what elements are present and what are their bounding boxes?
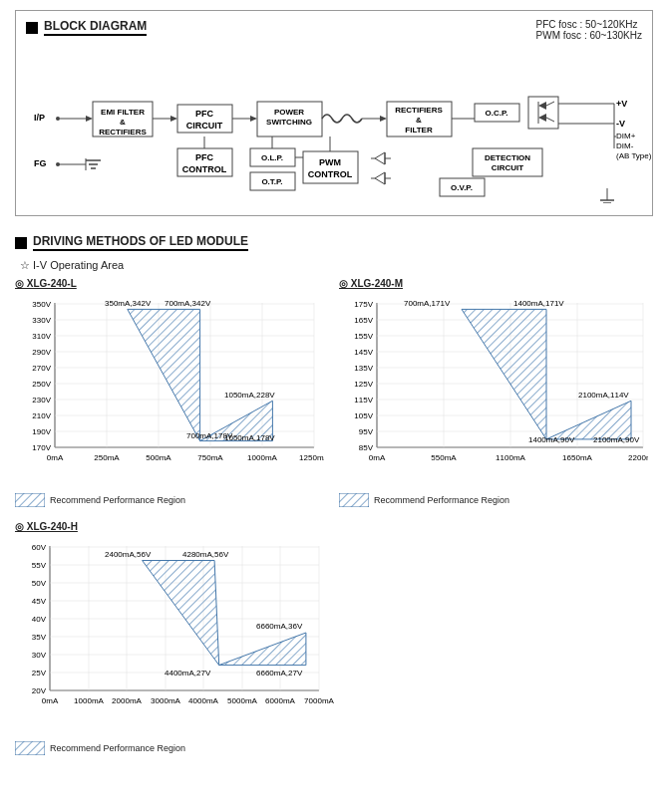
svg-text:PWM: PWM [319, 157, 341, 167]
iv-subtitle: ☆ I-V Operating Area [20, 259, 653, 272]
legend-hatch-l [15, 493, 45, 507]
chart-l-legend: Recommend Performance Region [15, 493, 329, 507]
chart-h-svg: 20V 25V 30V 35V 40V 45V 50V 55V 60V [15, 536, 334, 735]
svg-text:1050mA,178V: 1050mA,178V [224, 433, 275, 442]
block-diagram-svg: I/P EMI FILTER & RECTIFIERS PFC CIRCUIT … [26, 49, 664, 203]
svg-text:6660mA,36V: 6660mA,36V [256, 622, 303, 631]
driving-title: DRIVING METHODS OF LED MODULE [33, 234, 248, 251]
svg-text:250V: 250V [32, 380, 51, 389]
svg-text:CONTROL: CONTROL [182, 164, 227, 174]
svg-text:6000mA: 6000mA [265, 696, 295, 705]
legend-hatch-m [339, 493, 369, 507]
svg-text:20V: 20V [32, 686, 47, 695]
svg-text:DIM+: DIM+ [616, 132, 636, 140]
svg-point-0 [56, 117, 60, 121]
legend-h-label: Recommend Performance Region [50, 743, 185, 753]
svg-text:25V: 25V [32, 669, 47, 677]
svg-marker-13 [250, 116, 257, 122]
svg-text:35V: 35V [32, 633, 47, 642]
legend-hatch-h [15, 741, 45, 755]
svg-marker-153 [462, 309, 631, 439]
svg-text:RECTIFIERS: RECTIFIERS [395, 106, 443, 115]
svg-rect-160 [339, 493, 369, 507]
svg-text:2000mA: 2000mA [112, 696, 142, 705]
svg-text:5000mA: 5000mA [227, 696, 257, 705]
svg-text:DIM-: DIM- [616, 141, 634, 150]
svg-marker-113 [128, 309, 273, 440]
svg-text:-V: -V [616, 119, 625, 129]
svg-text:2100mA,114V: 2100mA,114V [578, 391, 629, 400]
svg-text:700mA,342V: 700mA,342V [165, 299, 211, 308]
chart-xlg-240-h: ◎ XLG-240-H 20V 25V 30V 35V 40V 45V 50V … [15, 521, 334, 755]
svg-text:4000mA: 4000mA [188, 696, 218, 705]
header-square [26, 22, 38, 34]
svg-text:45V: 45V [32, 597, 47, 606]
ip-label: I/P [34, 113, 45, 123]
driving-square [15, 237, 27, 249]
svg-text:1400mA,90V: 1400mA,90V [528, 435, 575, 444]
svg-text:0mA: 0mA [369, 453, 386, 462]
svg-text:SWITCHING: SWITCHING [266, 118, 312, 127]
svg-text:155V: 155V [354, 332, 373, 341]
svg-text:310V: 310V [32, 332, 51, 341]
chart-h-title: ◎ XLG-240-H [15, 521, 334, 532]
svg-marker-2 [86, 116, 93, 122]
svg-text:60V: 60V [32, 543, 47, 552]
chart-h-legend: Recommend Performance Region [15, 741, 334, 755]
top-charts-row: ◎ XLG-240-L 170V 190V 210V 230V 250V 270… [15, 278, 653, 507]
svg-text:O.L.P.: O.L.P. [261, 153, 283, 162]
svg-text:O.C.P.: O.C.P. [486, 109, 508, 118]
svg-text:&: & [416, 116, 422, 125]
pfc-info: PFC fosc : 50~120KHz PWM fosc : 60~130KH… [536, 19, 642, 41]
svg-rect-120 [15, 493, 45, 507]
svg-text:1250mA: 1250mA [299, 453, 324, 462]
driving-header: DRIVING METHODS OF LED MODULE [15, 234, 653, 251]
svg-text:PFC: PFC [195, 109, 214, 119]
svg-text:4400mA,27V: 4400mA,27V [165, 669, 211, 677]
svg-text:(AB Type): (AB Type) [616, 151, 652, 160]
svg-text:135V: 135V [354, 364, 373, 373]
svg-text:PFC: PFC [195, 152, 214, 162]
chart-xlg-240-l: ◎ XLG-240-L 170V 190V 210V 230V 250V 270… [15, 278, 329, 507]
svg-text:125V: 125V [354, 380, 373, 389]
chart-l-svg: 170V 190V 210V 230V 250V 270V 290V 310V … [15, 293, 324, 487]
svg-text:700mA,171V: 700mA,171V [404, 299, 451, 308]
svg-text:40V: 40V [32, 615, 47, 624]
pwm-line2: PWM fosc : 60~130KHz [536, 30, 642, 41]
svg-text:2100mA,90V: 2100mA,90V [593, 435, 640, 444]
svg-text:CIRCUIT: CIRCUIT [186, 121, 223, 131]
block-diagram-title: BLOCK DIAGRAM [44, 19, 147, 36]
svg-text:550mA: 550mA [431, 453, 457, 462]
svg-text:0mA: 0mA [47, 453, 64, 462]
chart-xlg-240-m: ◎ XLG-240-M 85V 95V 105V 115V 125V 135V … [339, 278, 653, 507]
svg-text:165V: 165V [354, 316, 373, 325]
svg-text:1000mA: 1000mA [247, 453, 277, 462]
svg-marker-8 [170, 116, 177, 122]
svg-marker-58 [375, 152, 385, 164]
chart-m-svg: 85V 95V 105V 115V 125V 135V 145V 155V 16… [339, 293, 648, 487]
svg-text:750mA: 750mA [197, 453, 223, 462]
svg-text:175V: 175V [354, 300, 373, 309]
svg-text:500mA: 500mA [146, 453, 171, 462]
svg-text:+V: +V [616, 99, 627, 109]
chart-m-legend: Recommend Performance Region [339, 493, 653, 507]
legend-l-label: Recommend Performance Region [50, 495, 185, 505]
svg-text:1000mA: 1000mA [74, 696, 104, 705]
svg-text:50V: 50V [32, 579, 47, 588]
svg-text:FILTER: FILTER [405, 126, 433, 135]
svg-text:POWER: POWER [274, 108, 304, 117]
svg-text:1400mA,171V: 1400mA,171V [513, 299, 564, 308]
svg-text:330V: 330V [32, 316, 51, 325]
chart-m-title: ◎ XLG-240-M [339, 278, 653, 289]
svg-text:190V: 190V [32, 427, 51, 436]
svg-text:95V: 95V [359, 427, 374, 436]
block-diagram-section: BLOCK DIAGRAM PFC fosc : 50~120KHz PWM f… [15, 10, 653, 216]
svg-marker-197 [143, 561, 306, 666]
svg-text:3000mA: 3000mA [151, 696, 180, 705]
svg-text:RECTIFIERS: RECTIFIERS [99, 128, 147, 136]
pfc-line1: PFC fosc : 50~120KHz [536, 19, 642, 30]
svg-text:1650mA: 1650mA [562, 453, 592, 462]
svg-text:CONTROL: CONTROL [308, 169, 353, 179]
svg-text:EMI FILTER: EMI FILTER [101, 108, 145, 117]
svg-text:1050mA,228V: 1050mA,228V [224, 391, 275, 400]
